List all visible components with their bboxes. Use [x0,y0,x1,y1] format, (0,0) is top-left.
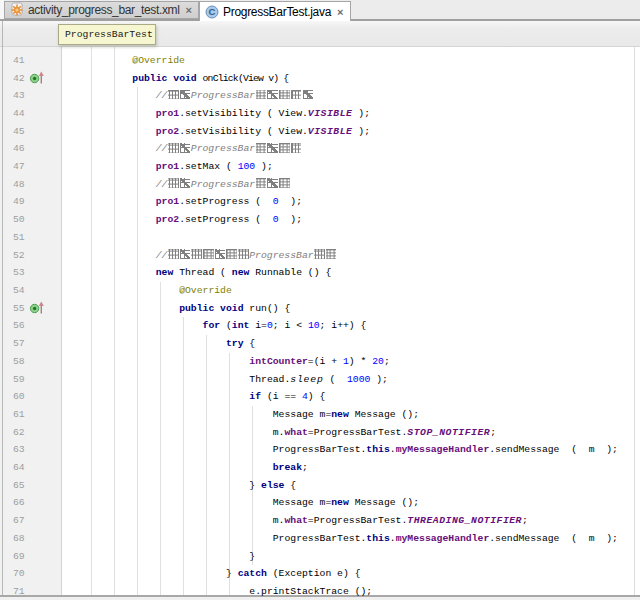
svg-text:C: C [209,6,216,17]
